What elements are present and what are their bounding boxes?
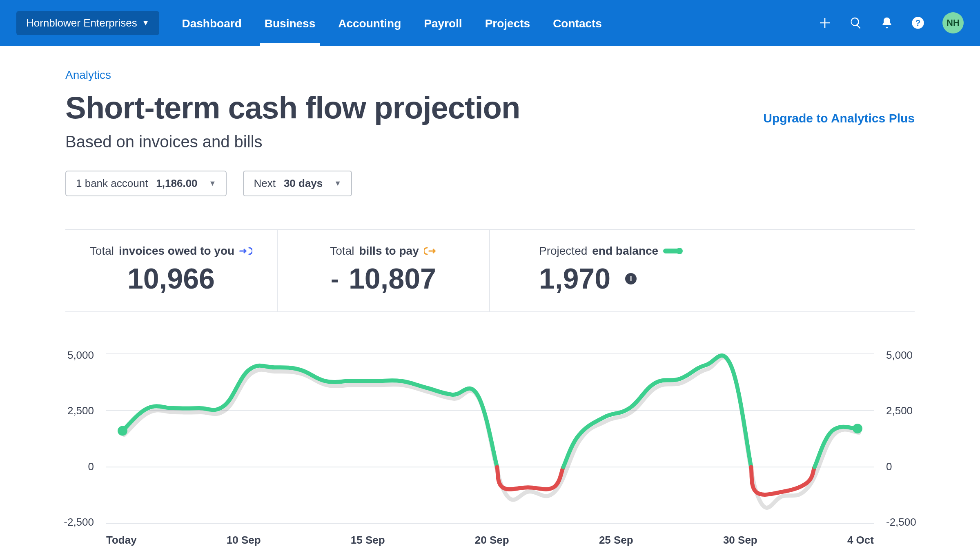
x-tick: 25 Sep bbox=[599, 534, 633, 547]
x-tick: 20 Sep bbox=[475, 534, 509, 547]
metrics-row: Total invoices owed to you 10,966 Total … bbox=[65, 229, 915, 312]
top-navbar: Hornblower Enterprises ▼ Dashboard Busin… bbox=[0, 0, 980, 46]
x-tick: 10 Sep bbox=[227, 534, 261, 547]
page-subtitle: Based on invoices and bills bbox=[65, 133, 915, 151]
account-selector-value: 1,186.00 bbox=[156, 177, 197, 190]
search-icon[interactable] bbox=[849, 16, 862, 29]
cashflow-chart: 5,000 2,500 0 -2,500 5,000 2,500 0 -2,50… bbox=[65, 349, 915, 545]
metric-end-balance: Projected end balance 1,970 i bbox=[490, 230, 915, 311]
arrow-out-icon bbox=[424, 246, 437, 256]
y-tick: -2,500 bbox=[64, 516, 94, 529]
metric-invoices-value: 10,966 bbox=[82, 262, 261, 295]
nav-right: ? NH bbox=[818, 12, 964, 33]
y-tick: 0 bbox=[886, 460, 892, 473]
y-tick: 5,000 bbox=[886, 349, 913, 362]
nav-payroll[interactable]: Payroll bbox=[424, 1, 462, 45]
svg-point-7 bbox=[853, 424, 862, 433]
x-tick: 4 Oct bbox=[847, 534, 874, 547]
nav-projects[interactable]: Projects bbox=[485, 1, 530, 45]
org-name: Hornblower Enterprises bbox=[26, 17, 137, 29]
metric-bills-prefix: Total bbox=[330, 244, 354, 258]
page-title: Short-term cash flow projection bbox=[65, 90, 520, 125]
x-tick: 30 Sep bbox=[723, 534, 757, 547]
range-selector[interactable]: Next 30 days ▼ bbox=[243, 171, 352, 196]
info-icon[interactable]: i bbox=[625, 273, 637, 284]
line-end-icon bbox=[663, 249, 679, 253]
nav-business[interactable]: Business bbox=[265, 1, 316, 45]
org-switcher[interactable]: Hornblower Enterprises ▼ bbox=[16, 11, 159, 35]
upgrade-link[interactable]: Upgrade to Analytics Plus bbox=[763, 111, 915, 125]
range-selector-prefix: Next bbox=[254, 177, 275, 190]
metric-end-value: 1,970 bbox=[539, 262, 610, 295]
y-tick: 0 bbox=[88, 460, 94, 473]
svg-point-6 bbox=[118, 426, 127, 436]
x-tick: 15 Sep bbox=[351, 534, 385, 547]
y-axis-left: 5,000 2,500 0 -2,500 bbox=[57, 349, 94, 529]
chevron-down-icon: ▼ bbox=[209, 179, 216, 188]
bell-icon[interactable] bbox=[880, 16, 893, 29]
range-selector-value: 30 days bbox=[284, 177, 323, 190]
help-icon[interactable]: ? bbox=[911, 16, 924, 29]
nav-accounting[interactable]: Accounting bbox=[338, 1, 401, 45]
nav-contacts[interactable]: Contacts bbox=[553, 1, 602, 45]
x-axis: Today 10 Sep 15 Sep 20 Sep 25 Sep 30 Sep… bbox=[106, 534, 874, 547]
metric-bills: Total bills to pay - 10,807 bbox=[278, 230, 490, 311]
nav-dashboard[interactable]: Dashboard bbox=[182, 1, 242, 45]
selectors-row: 1 bank account 1,186.00 ▼ Next 30 days ▼ bbox=[65, 171, 915, 196]
metric-bills-bold: bills to pay bbox=[359, 244, 419, 258]
avatar[interactable]: NH bbox=[942, 12, 964, 33]
account-selector[interactable]: 1 bank account 1,186.00 ▼ bbox=[65, 171, 227, 196]
metric-invoices: Total invoices owed to you 10,966 bbox=[65, 230, 278, 311]
metric-invoices-prefix: Total bbox=[90, 244, 114, 258]
metric-bills-sign: - bbox=[331, 265, 339, 293]
page-content: Analytics Short-term cash flow projectio… bbox=[0, 46, 980, 545]
metric-invoices-bold: invoices owed to you bbox=[119, 244, 234, 258]
arrow-in-icon bbox=[239, 246, 252, 256]
metric-end-prefix: Projected bbox=[539, 244, 587, 258]
y-axis-right: 5,000 2,500 0 -2,500 bbox=[886, 349, 923, 529]
metric-bills-value: 10,807 bbox=[349, 262, 436, 295]
metric-end-bold: end balance bbox=[592, 244, 658, 258]
chevron-down-icon: ▼ bbox=[334, 179, 341, 188]
y-tick: -2,500 bbox=[886, 516, 916, 529]
account-selector-label: 1 bank account bbox=[76, 177, 148, 190]
y-tick: 5,000 bbox=[67, 349, 94, 362]
plot-area bbox=[106, 349, 874, 529]
plus-icon[interactable] bbox=[818, 16, 831, 29]
breadcrumb[interactable]: Analytics bbox=[65, 69, 915, 82]
y-tick: 2,500 bbox=[886, 404, 913, 417]
x-tick: Today bbox=[106, 534, 137, 547]
y-tick: 2,500 bbox=[67, 404, 94, 417]
svg-text:?: ? bbox=[915, 18, 920, 27]
chevron-down-icon: ▼ bbox=[142, 19, 149, 27]
nav-items: Dashboard Business Accounting Payroll Pr… bbox=[182, 1, 602, 45]
